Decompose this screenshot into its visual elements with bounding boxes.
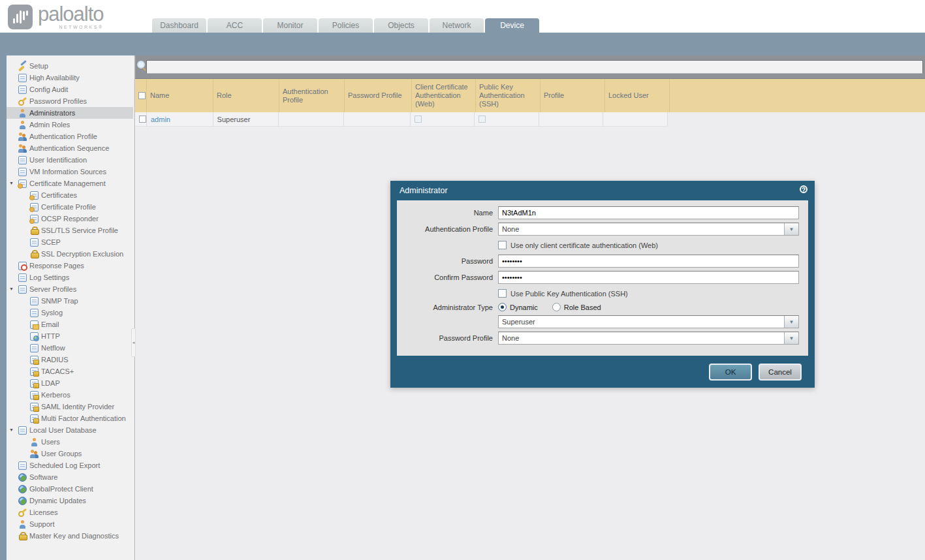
sidebar-item-password-profiles[interactable]: Password Profiles [7, 95, 133, 107]
column-header-authentication_profile[interactable]: Authentication Profile [279, 79, 345, 112]
tab-acc[interactable]: ACC [208, 18, 262, 33]
sidebar-item-administrators[interactable]: Administrators [7, 107, 133, 119]
certificate-folder-icon [18, 179, 27, 188]
sidebar-item-support[interactable]: Support [7, 518, 133, 530]
sidebar-item-authentication-profile[interactable]: Authentication Profile [7, 131, 133, 142]
administrator-type-label: Administrator Type [397, 303, 498, 311]
sidebar-item-dynamic-updates[interactable]: Dynamic Updates [7, 495, 133, 506]
sidebar-item-admin-roles[interactable]: Admin Roles [7, 119, 133, 131]
admin-name-link[interactable]: admin [151, 116, 170, 123]
sidebar-item-tacacs[interactable]: TACACS+ [7, 366, 133, 377]
ha-servers-icon [18, 74, 27, 82]
radio-label: Role Based [564, 303, 601, 311]
column-header-client_cert_auth_web[interactable]: Client Certificate Authentication (Web) [412, 79, 476, 112]
radio-role-based[interactable] [552, 303, 561, 311]
client-cert-auth-checkbox[interactable] [498, 241, 507, 249]
sidebar-item-multi-factor-authentication[interactable]: Multi Factor Authentication [7, 412, 133, 424]
search-input[interactable] [146, 60, 923, 74]
sidebar-item-software[interactable]: Software [7, 471, 133, 483]
chevron-down-icon[interactable]: ▼ [784, 316, 798, 328]
chevron-down-icon[interactable]: ▼ [784, 332, 798, 344]
expander-icon[interactable]: ▼ [9, 181, 14, 186]
sidebar-item-email[interactable]: Email [7, 319, 133, 330]
tab-policies[interactable]: Policies [319, 18, 373, 33]
sidebar-item-kerberos[interactable]: Kerberos [7, 389, 133, 401]
sidebar-item-high-availability[interactable]: High Availability [7, 72, 133, 84]
confirm-password-field[interactable] [498, 271, 799, 284]
sidebar-item-local-user-database[interactable]: ▼Local User Database [7, 424, 133, 436]
row-checkbox[interactable] [139, 116, 146, 123]
expander-icon[interactable]: ▼ [9, 287, 14, 292]
tab-device[interactable]: Device [485, 18, 539, 33]
admin-type-option-dynamic[interactable]: Dynamic [498, 303, 538, 311]
password-field[interactable] [498, 255, 799, 268]
sidebar-item-scheduled-log-export[interactable]: Scheduled Log Export [7, 459, 133, 471]
sidebar-item-label: Config Audit [29, 86, 68, 93]
cancel-button[interactable]: Cancel [759, 364, 802, 381]
radio-dynamic[interactable] [498, 303, 507, 311]
admin-type-option-role-based[interactable]: Role Based [552, 303, 601, 311]
sidebar-item-label: Response Pages [29, 262, 84, 270]
column-header-checkbox[interactable] [135, 79, 147, 112]
sidebar-item-ssl-tls-service-profile[interactable]: SSL/TLS Service Profile [7, 225, 133, 236]
column-header-locked_user[interactable]: Locked User [605, 79, 670, 112]
cell-role: Superuser [213, 112, 279, 126]
sidebar-splitter[interactable] [133, 55, 135, 560]
sidebar-item-radius[interactable]: RADIUS [7, 354, 133, 366]
sidebar-item-scep[interactable]: SCEP [7, 236, 133, 248]
password-label: Password [397, 257, 498, 265]
sidebar-item-user-identification[interactable]: User Identification [7, 154, 133, 166]
sidebar-item-response-pages[interactable]: Response Pages [7, 260, 133, 272]
saml-server-lock-icon [30, 403, 39, 411]
sidebar-item-label: Email [41, 320, 59, 328]
tab-objects[interactable]: Objects [374, 18, 428, 33]
sidebar-item-authentication-sequence[interactable]: Authentication Sequence [7, 142, 133, 154]
sidebar-item-config-audit[interactable]: Config Audit [7, 84, 133, 95]
sidebar-item-vm-information-sources[interactable]: VM Information Sources [7, 166, 133, 178]
select-all-checkbox[interactable] [138, 92, 146, 99]
user-id-icon [18, 156, 27, 164]
chevron-down-icon[interactable]: ▼ [784, 223, 798, 235]
sidebar-item-server-profiles[interactable]: ▼Server Profiles [7, 283, 133, 295]
sidebar-item-licenses[interactable]: Licenses [7, 506, 133, 518]
column-header-password_profile[interactable]: Password Profile [345, 79, 412, 112]
sidebar-item-label: Password Profiles [29, 97, 87, 105]
tab-dashboard[interactable]: Dashboard [152, 18, 206, 33]
scep-icon [30, 238, 39, 247]
sidebar-item-syslog[interactable]: Syslog [7, 307, 133, 319]
sidebar-item-label: RADIUS [41, 356, 69, 364]
sidebar-item-ldap[interactable]: LDAP [7, 377, 133, 389]
authentication-profile-select[interactable]: None ▼ [498, 223, 799, 236]
column-header-name[interactable]: Name [147, 79, 213, 112]
sidebar-item-globalprotect-client[interactable]: GlobalProtect Client [7, 483, 133, 495]
admin-roles-icon [18, 121, 27, 129]
name-field[interactable] [498, 206, 799, 219]
ok-button[interactable]: OK [709, 364, 752, 381]
sidebar-item-saml-identity-provider[interactable]: SAML Identity Provider [7, 401, 133, 412]
sidebar-item-http[interactable]: HTTP [7, 330, 133, 342]
help-icon[interactable]: ? [800, 185, 807, 193]
sidebar-item-log-settings[interactable]: Log Settings [7, 272, 133, 283]
column-header-public_key_auth_ssh[interactable]: Public Key Authentication (SSH) [476, 79, 541, 112]
column-header-profile[interactable]: Profile [541, 79, 605, 112]
role-select[interactable]: Superuser ▼ [498, 315, 799, 328]
sidebar-collapse-handle[interactable]: ◄ [131, 328, 136, 357]
sidebar-item-certificate-management[interactable]: ▼Certificate Management [7, 178, 133, 189]
sidebar-item-ocsp-responder[interactable]: OCSP Responder [7, 213, 133, 225]
column-header-role[interactable]: Role [213, 79, 279, 112]
sidebar-item-master-key-and-diagnostics[interactable]: Master Key and Diagnostics [7, 530, 133, 542]
sidebar-item-snmp-trap[interactable]: SNMP Trap [7, 295, 133, 307]
sidebar-item-user-groups[interactable]: User Groups [7, 448, 133, 459]
sidebar-item-setup[interactable]: Setup [7, 60, 133, 72]
sidebar-item-ssl-decryption-exclusion[interactable]: SSL Decryption Exclusion [7, 248, 133, 260]
public-key-auth-checkbox[interactable] [498, 289, 507, 298]
sidebar-item-label: Scheduled Log Export [29, 461, 100, 469]
sidebar-item-certificates[interactable]: Certificates [7, 189, 133, 201]
sidebar-item-netflow[interactable]: Netflow [7, 342, 133, 354]
password-profile-select[interactable]: None ▼ [498, 332, 799, 345]
expander-icon[interactable]: ▼ [9, 428, 14, 433]
sidebar-item-users[interactable]: Users [7, 436, 133, 448]
sidebar-item-certificate-profile[interactable]: Certificate Profile [7, 201, 133, 213]
tab-monitor[interactable]: Monitor [263, 18, 317, 33]
tab-network[interactable]: Network [430, 18, 484, 33]
